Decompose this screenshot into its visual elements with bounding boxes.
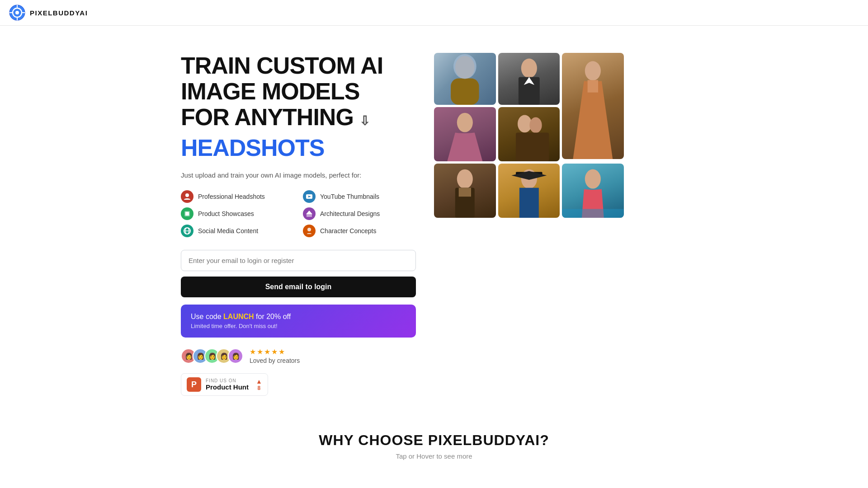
product-hunt-badge[interactable]: P FIND US ON Product Hunt ▲ 8	[181, 373, 268, 396]
svg-rect-25	[588, 80, 598, 92]
feature-youtube: YouTube Thumbnails	[303, 190, 416, 203]
img-placeholder-4	[434, 107, 496, 161]
avatar-stack: 👩 👩 👩 👩 👩	[181, 348, 243, 364]
svg-rect-32	[459, 188, 471, 197]
svg-rect-29	[516, 133, 549, 161]
feature-showcases-label: Product Showcases	[198, 210, 254, 217]
img-placeholder-5	[498, 107, 560, 161]
svg-marker-13	[306, 211, 312, 214]
social-proof: 👩 👩 👩 👩 👩 ★★★★★ Loved by creators	[181, 347, 416, 364]
hero-subtitle: HEADSHOTS	[181, 134, 416, 161]
svg-point-24	[585, 61, 601, 80]
promo-code: LAUNCH	[223, 313, 254, 320]
left-column: TRAIN CUSTOM AI IMAGE MODELS FOR ANYTHIN…	[181, 53, 416, 396]
why-title: WHY CHOOSE PIXELBUDDYAI?	[9, 432, 859, 449]
bottom-section: WHY CHOOSE PIXELBUDDYAI? Tap or Hover to…	[0, 414, 868, 487]
svg-point-30	[457, 169, 473, 189]
features-grid: Professional Headshots YouTube Thumbnail…	[181, 190, 416, 237]
right-column	[434, 53, 624, 218]
promo-banner: Use code LAUNCH for 20% off Limited time…	[181, 305, 416, 338]
img-placeholder-7	[434, 164, 496, 218]
img-placeholder-3	[562, 53, 624, 159]
down-arrow-icon: ⇩	[359, 114, 369, 128]
hero-title: TRAIN CUSTOM AI IMAGE MODELS FOR ANYTHIN…	[181, 53, 416, 131]
img-placeholder-9	[562, 164, 624, 218]
img-placeholder-8	[498, 164, 560, 218]
stars-rating: ★★★★★	[250, 347, 300, 356]
svg-point-28	[529, 117, 542, 133]
feature-headshots: Professional Headshots	[181, 190, 294, 203]
logo-text: PIXELBUDDYAI	[30, 9, 88, 17]
ph-upvote: ▲ 8	[256, 378, 262, 391]
svg-rect-37	[562, 209, 624, 218]
feature-headshots-label: Professional Headshots	[198, 193, 265, 200]
youtube-icon	[303, 190, 316, 203]
hero-description: Just upload and train your own AI image …	[181, 170, 416, 181]
image-cell-1	[434, 53, 496, 105]
header: PIXELBUDDYAI	[0, 0, 868, 26]
svg-point-26	[457, 113, 473, 132]
loved-label: Loved by creators	[250, 357, 300, 364]
why-subtitle: Tap or Hover to see more	[9, 452, 859, 460]
send-email-button[interactable]: Send email to login	[181, 277, 416, 297]
feature-architectural: Architectural Designs	[303, 207, 416, 220]
image-cell-8	[498, 164, 560, 218]
ph-text: FIND US ON Product Hunt	[206, 378, 249, 391]
feature-showcases: Product Showcases	[181, 207, 294, 220]
svg-rect-19	[451, 78, 479, 105]
image-cell-7	[434, 164, 496, 218]
svg-rect-11	[185, 212, 189, 216]
stars-text: ★★★★★ Loved by creators	[250, 347, 300, 364]
svg-point-17	[307, 228, 311, 231]
upvote-arrow: ▲	[256, 378, 262, 385]
image-cell-5	[498, 107, 560, 161]
feature-character-label: Character Concepts	[320, 227, 377, 235]
image-cell-4	[434, 107, 496, 161]
logo-icon	[9, 5, 25, 21]
feature-youtube-label: YouTube Thumbnails	[320, 193, 379, 200]
svg-point-20	[453, 54, 476, 79]
promo-main: Use code LAUNCH for 20% off	[191, 313, 406, 321]
ph-find-us: FIND US ON	[206, 378, 249, 383]
svg-point-7	[185, 193, 189, 197]
svg-rect-35	[519, 188, 539, 218]
svg-point-21	[521, 58, 537, 78]
image-cell-2	[498, 53, 560, 105]
feature-architectural-label: Architectural Designs	[320, 210, 380, 217]
image-cell-3	[562, 53, 624, 159]
svg-rect-12	[307, 214, 312, 217]
architectural-icon	[303, 207, 316, 220]
email-input[interactable]	[181, 250, 416, 271]
svg-point-2	[15, 11, 19, 14]
image-grid	[434, 53, 624, 218]
img-placeholder-2	[498, 53, 560, 105]
avatar: 👩	[228, 348, 243, 364]
svg-point-36	[585, 169, 601, 189]
logo-container[interactable]: PIXELBUDDYAI	[9, 5, 88, 21]
promo-sub: Limited time offer. Don't miss out!	[191, 323, 406, 329]
image-cell-9	[562, 164, 624, 218]
character-icon	[303, 225, 316, 237]
main-content: TRAIN CUSTOM AI IMAGE MODELS FOR ANYTHIN…	[172, 26, 696, 414]
feature-social-label: Social Media Content	[198, 227, 258, 235]
img-placeholder-1	[434, 53, 496, 105]
upvote-count: 8	[258, 385, 261, 391]
feature-character: Character Concepts	[303, 225, 416, 237]
ph-logo-icon: P	[187, 377, 201, 392]
feature-social: Social Media Content	[181, 225, 294, 237]
showcases-icon	[181, 207, 193, 220]
headshots-icon	[181, 190, 193, 203]
ph-name: Product Hunt	[206, 383, 249, 391]
social-icon	[181, 225, 193, 237]
